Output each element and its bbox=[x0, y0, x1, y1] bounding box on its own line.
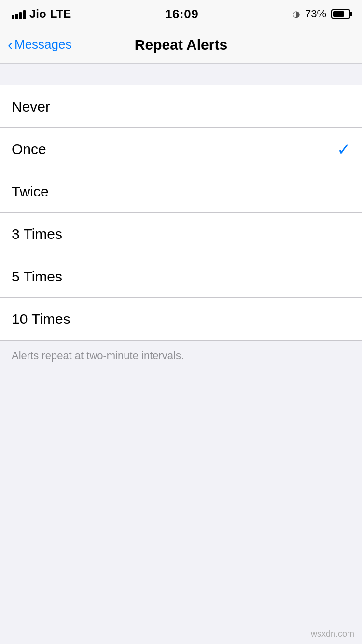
status-bar: Jio LTE 16:09 ◑ 73% bbox=[0, 0, 362, 26]
battery-icon bbox=[331, 9, 350, 19]
list-item-10-times[interactable]: 10 Times bbox=[0, 298, 362, 340]
signal-bar-1 bbox=[12, 15, 14, 19]
battery-percent: 73% bbox=[305, 8, 326, 20]
network-type-label: LTE bbox=[50, 7, 71, 21]
list-item-twice[interactable]: Twice bbox=[0, 170, 362, 213]
list-item-3-times-label: 3 Times bbox=[12, 226, 62, 242]
battery-fill bbox=[333, 11, 344, 17]
back-button[interactable]: ‹ Messages bbox=[8, 37, 72, 52]
watermark: wsxdn.com bbox=[311, 629, 354, 639]
status-left: Jio LTE bbox=[12, 7, 71, 21]
battery-container bbox=[331, 9, 350, 19]
navigation-bar: ‹ Messages Repeat Alerts bbox=[0, 26, 362, 64]
section-footer: Alerts repeat at two-minute intervals. bbox=[0, 341, 362, 371]
page-title: Repeat Alerts bbox=[135, 37, 227, 53]
list-item-twice-label: Twice bbox=[12, 183, 49, 200]
signal-bars bbox=[12, 9, 26, 19]
footer-note: Alerts repeat at two-minute intervals. bbox=[12, 350, 184, 362]
list-item-never[interactable]: Never bbox=[0, 85, 362, 128]
lock-icon: ◑ bbox=[292, 9, 300, 19]
status-right: ◑ 73% bbox=[292, 8, 350, 20]
repeat-alerts-list: Never Once ✓ Twice 3 Times 5 Times 10 Ti… bbox=[0, 85, 362, 341]
list-item-5-times-label: 5 Times bbox=[12, 268, 62, 285]
signal-bar-2 bbox=[15, 14, 18, 19]
status-time: 16:09 bbox=[165, 7, 198, 22]
list-item-once-label: Once bbox=[12, 141, 46, 157]
signal-bar-3 bbox=[19, 12, 22, 19]
signal-bar-4 bbox=[23, 10, 26, 19]
section-spacer-top bbox=[0, 64, 362, 85]
list-item-never-label: Never bbox=[12, 98, 50, 115]
list-item-3-times[interactable]: 3 Times bbox=[0, 213, 362, 255]
back-chevron-icon: ‹ bbox=[8, 38, 13, 52]
list-item-10-times-label: 10 Times bbox=[12, 311, 70, 327]
list-item-5-times[interactable]: 5 Times bbox=[0, 255, 362, 298]
carrier-label: Jio bbox=[29, 7, 46, 21]
back-label: Messages bbox=[14, 37, 72, 52]
list-item-once[interactable]: Once ✓ bbox=[0, 128, 362, 170]
checkmark-icon: ✓ bbox=[337, 140, 350, 159]
